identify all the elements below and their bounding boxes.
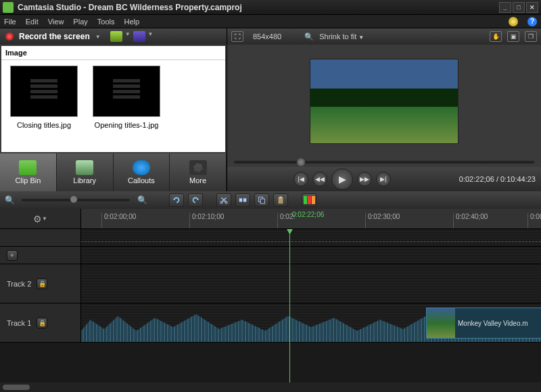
import-media-icon[interactable] — [110, 31, 122, 42]
task-tabs: Clip Bin Library Callouts More — [0, 153, 227, 191]
track-options-head: ⚙ ▼ — [0, 209, 81, 228]
close-button[interactable]: ✕ — [526, 2, 538, 13]
menubar: File Edit View Play Tools Help ? — [0, 15, 541, 28]
ruler-tick: 0:02:10;00 — [189, 213, 224, 228]
timeline-toolbar: 🔍 🔍 — [0, 191, 541, 209]
next-clip-button[interactable]: ▶| — [376, 172, 391, 187]
scrub-bar[interactable] — [227, 157, 541, 167]
ruler-tick: 0:02:40;00 — [453, 213, 488, 228]
menu-view[interactable]: View — [48, 18, 64, 26]
menu-help[interactable]: Help — [124, 18, 139, 26]
scrollbar-thumb[interactable] — [3, 385, 30, 390]
tab-callouts[interactable]: Callouts — [114, 153, 170, 191]
import-dropdown-icon[interactable]: ▼ — [125, 31, 131, 42]
produce-share-icon[interactable] — [133, 31, 145, 42]
scrub-handle[interactable] — [297, 158, 305, 166]
play-button[interactable]: ▶ — [331, 168, 353, 190]
track-1: Track 1 🔒 Monkey Valley Video.m — [0, 303, 541, 343]
ruler-tick: 0:02:00;00 — [101, 213, 136, 228]
undo-button[interactable] — [169, 193, 184, 207]
menu-file[interactable]: File — [4, 18, 16, 26]
video-frame — [310, 59, 458, 143]
step-back-button[interactable]: ◀◀ — [312, 172, 327, 187]
detach-icon[interactable]: ❐ — [525, 31, 537, 42]
help-icon[interactable]: ? — [527, 17, 537, 26]
clip-item[interactable]: Closing titles.jpg — [7, 66, 81, 147]
record-icon — [5, 32, 14, 41]
pan-icon[interactable]: ✋ — [490, 31, 502, 42]
copy-button[interactable] — [254, 193, 269, 207]
record-dropdown-icon[interactable]: ▼ — [95, 34, 101, 40]
editing-dimensions-icon[interactable]: ⛶ — [231, 31, 243, 42]
prev-clip-button[interactable]: |◀ — [293, 172, 308, 187]
tab-label: Library — [73, 176, 96, 185]
tab-clip-bin[interactable]: Clip Bin — [0, 153, 57, 191]
redo-button[interactable] — [188, 193, 203, 207]
preview-toolbar: ⛶ 854x480 🔍 Shrink to fit ▼ ✋ ▣ ❐ — [227, 28, 541, 45]
shrink-to-fit-dropdown[interactable]: Shrink to fit ▼ — [319, 32, 364, 41]
ruler-tick: 0:00: — [527, 213, 541, 228]
markers-button[interactable] — [302, 193, 316, 207]
paste-button[interactable] — [273, 193, 288, 207]
timeline-scrollbar[interactable] — [0, 383, 541, 392]
clip-thumbnail — [93, 66, 160, 117]
zoom-in-icon[interactable]: 🔍 — [137, 195, 147, 205]
time-display: 0:02:22;06 / 0:10:44:23 — [459, 175, 536, 183]
tab-library[interactable]: Library — [57, 153, 114, 191]
zoom-slider-handle[interactable] — [70, 196, 77, 203]
tab-label: Callouts — [128, 176, 155, 185]
track-spacer — [0, 229, 541, 247]
menu-edit[interactable]: Edit — [26, 18, 39, 26]
cut-button[interactable] — [216, 193, 231, 207]
timeline-panel: 🔍 🔍 ⚙ ▼ 0:02:00;00 0:02:10;00 0:02: 0:02… — [0, 191, 541, 392]
produce-dropdown-icon[interactable]: ▼ — [148, 31, 154, 42]
ruler-tick: 0:02:30;00 — [365, 213, 400, 228]
menu-play[interactable]: Play — [73, 18, 87, 26]
library-icon — [76, 160, 93, 175]
track-2-content[interactable] — [81, 264, 541, 303]
lock-track-icon[interactable]: 🔒 — [37, 278, 47, 289]
playback-controls: |◀ ◀◀ ▶ ▶▶ ▶| 0:02:22;06 / 0:10:44:23 — [227, 167, 541, 191]
window-title: Camtasia Studio - Dream BC Wilderness Pr… — [18, 3, 499, 12]
fullscreen-icon[interactable]: ▣ — [507, 31, 519, 42]
clip-bin-area: Image Closing titles.jpg Opening titles-… — [1, 46, 225, 152]
tab-more[interactable]: More — [170, 153, 227, 191]
record-toolbar: Record the screen ▼ ▼ ▼ — [0, 28, 227, 45]
scrub-track[interactable] — [234, 161, 534, 164]
timeline-clip[interactable]: Monkey Valley Video.m — [426, 308, 541, 339]
clip-label: Monkey Valley Video.m — [458, 320, 528, 327]
lock-track-icon[interactable]: 🔒 — [37, 318, 47, 328]
minimize-button[interactable]: _ — [499, 2, 511, 13]
preview-canvas[interactable] — [227, 45, 541, 157]
clip-bin-header: Image — [1, 46, 225, 60]
tab-label: Clip Bin — [15, 176, 41, 185]
track-1-content[interactable]: Monkey Valley Video.m — [81, 303, 541, 342]
preview-panel: ⛶ 854x480 🔍 Shrink to fit ▼ ✋ ▣ ❐ |◀ ◀◀ … — [227, 28, 541, 191]
left-panel: Record the screen ▼ ▼ ▼ Image Closing ti… — [0, 28, 227, 191]
svg-rect-5 — [260, 199, 264, 203]
step-forward-button[interactable]: ▶▶ — [357, 172, 372, 187]
playhead[interactable] — [289, 229, 290, 383]
more-icon — [189, 160, 207, 175]
maximize-button[interactable]: □ — [513, 2, 525, 13]
track-add-row: + — [0, 247, 541, 264]
app-icon — [3, 2, 14, 13]
tips-icon[interactable] — [509, 17, 518, 26]
zoom-slider[interactable] — [22, 199, 130, 201]
titlebar: Camtasia Studio - Dream BC Wilderness Pr… — [0, 0, 541, 15]
zoom-out-icon[interactable]: 🔍 — [4, 195, 15, 205]
svg-rect-7 — [279, 197, 282, 199]
track-1-header: Track 1 🔒 — [0, 303, 81, 342]
tracks-area: + Track 2 🔒 Track 1 🔒 Monkey Valley Vide… — [0, 229, 541, 383]
clip-item[interactable]: Opening titles-1.jpg — [89, 66, 164, 147]
split-button[interactable] — [235, 193, 250, 207]
track-name: Track 1 — [7, 319, 31, 327]
clip-label: Closing titles.jpg — [17, 121, 71, 129]
track-options-gear-icon[interactable]: ⚙ ▼ — [34, 212, 47, 226]
add-track-button[interactable]: + — [7, 250, 18, 261]
menu-tools[interactable]: Tools — [97, 18, 115, 26]
record-button[interactable]: Record the screen — [19, 32, 90, 41]
track-2: Track 2 🔒 — [0, 264, 541, 303]
timeline-ruler[interactable]: 0:02:00;00 0:02:10;00 0:02: 0:02:30;00 0… — [81, 209, 541, 228]
track-2-header: Track 2 🔒 — [0, 264, 81, 303]
